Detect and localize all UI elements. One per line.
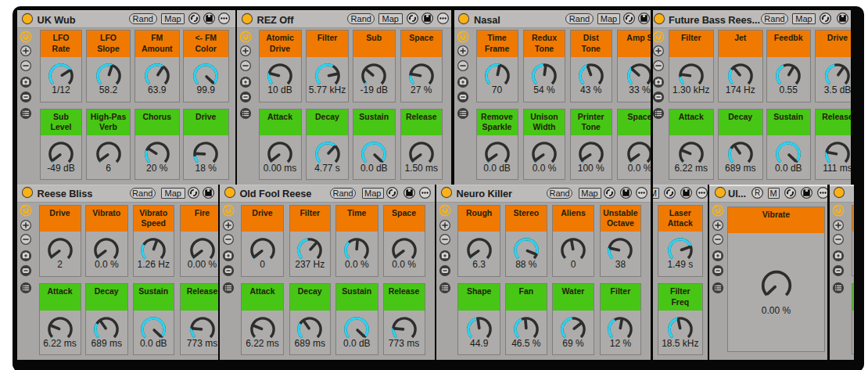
svg-text:R: R xyxy=(755,189,760,197)
